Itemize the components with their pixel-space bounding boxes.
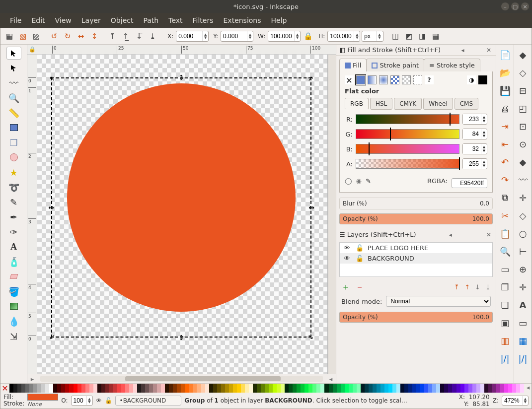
affect-gradient-button[interactable]: ◨ xyxy=(416,30,428,42)
blur-row[interactable]: Blur (%) 0.0 xyxy=(339,198,493,209)
ruler-horizontal[interactable]: 0 25 50 75 100 xyxy=(37,45,336,55)
palette-swatch[interactable] xyxy=(424,384,428,393)
lower-button[interactable]: ↓̅ xyxy=(133,30,145,42)
palette-swatch[interactable] xyxy=(117,384,121,393)
slider-g[interactable] xyxy=(356,129,459,139)
snap-grid-icon[interactable]: ▦ xyxy=(517,335,530,346)
palette-swatch[interactable] xyxy=(301,384,304,393)
cut-icon[interactable]: ✂ xyxy=(499,209,512,221)
palette-swatch[interactable] xyxy=(357,384,361,393)
menu-help[interactable]: Help xyxy=(266,14,292,26)
menu-object[interactable]: Object xyxy=(106,14,139,26)
palette-swatch[interactable] xyxy=(400,384,404,393)
palette-swatch[interactable] xyxy=(253,384,257,393)
deselect-button[interactable]: ▨ xyxy=(30,30,42,42)
palette-swatch[interactable] xyxy=(464,384,468,393)
affect-pattern-button[interactable]: ▦ xyxy=(430,30,442,42)
status-opacity-spin[interactable]: ▲▼ xyxy=(71,396,93,406)
rect-tool[interactable] xyxy=(6,121,21,134)
palette-swatch[interactable] xyxy=(293,384,297,393)
units-combo[interactable]: ▲▼ xyxy=(362,31,383,42)
palette-swatch[interactable] xyxy=(153,384,157,393)
ungroup-icon[interactable]: ▥ xyxy=(499,335,512,346)
palette-swatch[interactable] xyxy=(97,384,101,393)
ruler-vertical[interactable]: 0 1 2 3 4 5 0 xyxy=(27,55,37,374)
palette-swatch[interactable] xyxy=(257,384,261,393)
palette-swatch[interactable] xyxy=(189,384,193,393)
snap-path-icon[interactable]: 〰 xyxy=(517,174,530,186)
color-palette[interactable]: ✕ ◂ xyxy=(0,384,532,393)
snap-line-mid-icon[interactable]: ⊢ xyxy=(517,245,530,257)
tweak-tool[interactable]: 〰 xyxy=(6,76,21,89)
palette-swatch[interactable] xyxy=(285,384,289,393)
flip-v-button[interactable]: ↕ xyxy=(88,30,100,42)
palette-swatch[interactable] xyxy=(21,384,25,393)
palette-swatch[interactable] xyxy=(217,384,221,393)
palette-swatch[interactable] xyxy=(444,384,448,393)
slider-a[interactable] xyxy=(356,159,459,169)
menu-path[interactable]: Path xyxy=(138,14,163,26)
palette-swatch[interactable] xyxy=(113,384,117,393)
w-spin[interactable]: ▲▼ xyxy=(268,31,301,42)
lock-icon[interactable]: 🔓 xyxy=(356,255,364,262)
duplicate-icon[interactable]: ❐ xyxy=(499,281,512,293)
palette-swatch[interactable] xyxy=(281,384,285,393)
palette-swatch[interactable] xyxy=(304,384,308,393)
palette-swatch[interactable] xyxy=(89,384,93,393)
layer-up-button[interactable]: ↑ xyxy=(464,283,470,291)
palette-swatch[interactable] xyxy=(308,384,312,393)
resize-handle-sw[interactable]: ↙ xyxy=(48,333,56,341)
palette-swatch[interactable] xyxy=(109,384,113,393)
palette-swatch[interactable] xyxy=(388,384,392,393)
spray-tool[interactable]: 🧴 xyxy=(6,255,21,268)
lock-icon[interactable]: 🔓 xyxy=(356,244,364,252)
palette-swatch[interactable] xyxy=(404,384,408,393)
palette-swatch[interactable] xyxy=(145,384,149,393)
palette-swatch[interactable] xyxy=(341,384,345,393)
palette-swatch[interactable] xyxy=(460,384,464,393)
snap-center-icon[interactable]: ⊙ xyxy=(517,138,530,150)
menu-layer[interactable]: Layer xyxy=(76,14,106,26)
measure-tool[interactable]: 📏 xyxy=(6,106,21,119)
lock-aspect-button[interactable]: 🔒 xyxy=(302,30,314,42)
zoom-fit-icon[interactable]: 🔍 xyxy=(499,245,512,257)
palette-swatch[interactable] xyxy=(297,384,301,393)
undo-icon[interactable]: ↶ xyxy=(499,156,512,168)
palette-swatch[interactable] xyxy=(440,384,444,393)
palette-swatch[interactable] xyxy=(265,384,269,393)
pick-circle-icon[interactable]: ◉ xyxy=(356,177,362,185)
palette-swatch[interactable] xyxy=(237,384,241,393)
palette-swatch[interactable] xyxy=(353,384,357,393)
scrollbar-vertical[interactable] xyxy=(328,55,336,374)
resize-handle-s[interactable]: ↕ xyxy=(177,334,185,341)
bezier-tool[interactable]: ✒ xyxy=(6,210,21,223)
input-g[interactable]: ▲▼ xyxy=(462,129,487,139)
palette-swatch[interactable] xyxy=(173,384,177,393)
snap-rotation-icon[interactable]: ✛ xyxy=(517,281,530,293)
palette-swatch[interactable] xyxy=(412,384,416,393)
palette-swatch[interactable] xyxy=(205,384,209,393)
tab-stroke-style[interactable]: ≡Stroke style xyxy=(424,59,480,71)
palette-swatch[interactable] xyxy=(472,384,476,393)
palette-swatch[interactable] xyxy=(384,384,388,393)
paint-help[interactable]: ? xyxy=(425,75,434,84)
h-spin[interactable]: ▲▼ xyxy=(327,31,360,42)
rgba-input[interactable] xyxy=(452,178,487,188)
menu-text[interactable]: Text xyxy=(163,14,187,26)
y-spin[interactable]: ▲▼ xyxy=(221,31,253,42)
palette-swatch[interactable] xyxy=(249,384,253,393)
palette-swatch[interactable] xyxy=(269,384,273,393)
menu-view[interactable]: View xyxy=(50,14,76,26)
raise-button[interactable]: ↑̲ xyxy=(120,30,132,42)
mode-cms[interactable]: CMS xyxy=(455,98,478,110)
snap-page-icon[interactable]: ▭ xyxy=(517,317,530,329)
palette-swatch[interactable] xyxy=(492,384,496,393)
palette-swatch[interactable] xyxy=(520,384,524,393)
palette-swatch[interactable] xyxy=(25,384,29,393)
3dbox-tool[interactable]: ❒ xyxy=(6,136,21,149)
zoom-tool[interactable]: 🔍 xyxy=(6,91,21,104)
clone-icon[interactable]: ❏ xyxy=(499,299,512,311)
palette-swatch[interactable] xyxy=(324,384,328,393)
palette-swatch[interactable] xyxy=(9,384,13,393)
palette-swatch[interactable] xyxy=(157,384,161,393)
